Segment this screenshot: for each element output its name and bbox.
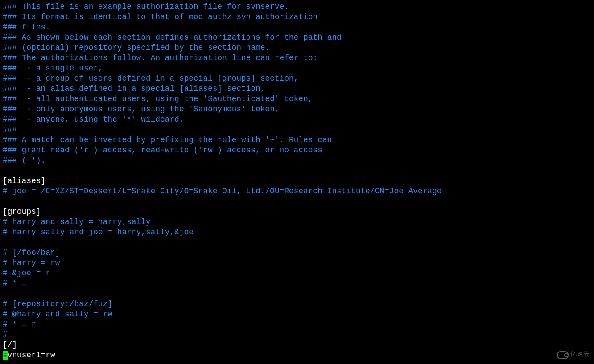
editor-line: ### - only anonymous users, using the '$… xyxy=(3,104,591,115)
editor-line: # harry_and_sally = harry,sally xyxy=(3,217,591,227)
comment-text: ### (''). xyxy=(3,156,45,165)
comment-text: ### - a single user, xyxy=(3,64,103,73)
editor-line: ### This file is an example authorizatio… xyxy=(3,2,591,12)
editor-line: # harry = rw xyxy=(3,258,591,268)
editor-line: ### - a group of users defined in a spec… xyxy=(3,74,591,84)
editor-line: ### Its format is identical to that of m… xyxy=(3,12,591,22)
editor-content[interactable]: ### This file is an example authorizatio… xyxy=(3,2,591,360)
comment-text: ### (optional) repository specified by t… xyxy=(3,43,270,52)
editor-line: ### The authorizations follow. An author… xyxy=(3,53,591,63)
comment-text: ### As shown below each section defines … xyxy=(3,33,342,42)
section-header: [/] xyxy=(3,340,17,349)
editor-line: ### - a single user, xyxy=(3,63,591,74)
comment-text: # joe = /C=XZ/ST=Dessert/L=Snake City/O=… xyxy=(3,187,442,196)
editor-line: ### - anyone, using the '*' wildcard. xyxy=(3,115,591,125)
editor-line: # [repository:/baz/fuz] xyxy=(3,299,591,309)
editor-line: # &joe = r xyxy=(3,268,591,278)
comment-text: ### This file is an example authorizatio… xyxy=(3,2,289,11)
editor-line: ### (optional) repository specified by t… xyxy=(3,43,591,53)
editor-line: [groups] xyxy=(3,207,591,217)
editor-line: ### - an alias defined in a special [ali… xyxy=(3,84,591,94)
editor-line: ### - all authenticated users, using the… xyxy=(3,94,591,104)
comment-text: # harry_sally_and_joe = harry,sally,&joe xyxy=(3,228,194,237)
comment-text: # xyxy=(3,330,8,339)
editor-line xyxy=(3,289,591,299)
editor-line: ### xyxy=(3,125,591,135)
cloud-icon xyxy=(557,351,568,359)
editor-line: # @harry_and_sally = rw xyxy=(3,309,591,319)
comment-text: # &joe = r xyxy=(3,269,50,278)
comment-text: ### - all authenticated users, using the… xyxy=(3,94,313,103)
editor-line xyxy=(3,196,591,207)
comment-text: # @harry_and_sally = rw xyxy=(3,310,112,319)
comment-text: ### grant read ('r') access, read-write … xyxy=(3,146,322,155)
section-header: [aliases] xyxy=(3,176,45,185)
editor-line: ### A match can be inverted by prefixing… xyxy=(3,135,591,145)
watermark-text: 亿速云 xyxy=(570,349,590,360)
editor-line: # * = r xyxy=(3,319,591,330)
comment-text: ### The authorizations follow. An author… xyxy=(3,53,318,62)
editor-line: ### files. xyxy=(3,22,591,33)
config-line: vnuser1=rw xyxy=(8,351,55,360)
editor-line xyxy=(3,166,591,176)
editor-line: svnuser1=rw xyxy=(3,350,591,360)
comment-text: # * = r xyxy=(3,320,36,329)
comment-text: # [/foo/bar] xyxy=(3,248,60,257)
editor-line: ### As shown below each section defines … xyxy=(3,33,591,43)
comment-text: ### - anyone, using the '*' wildcard. xyxy=(3,115,184,124)
comment-text: ### A match can be inverted by prefixing… xyxy=(3,135,332,144)
editor-line xyxy=(3,237,591,248)
section-header: [groups] xyxy=(3,207,41,216)
cursor: s xyxy=(3,351,8,360)
comment-text: ### - a group of users defined in a spec… xyxy=(3,74,299,83)
editor-line: ### (''). xyxy=(3,155,591,166)
comment-text: ### - an alias defined in a special [ali… xyxy=(3,84,265,93)
comment-text: ### Its format is identical to that of m… xyxy=(3,12,318,21)
editor-line: ### grant read ('r') access, read-write … xyxy=(3,145,591,155)
editor-line: # * = xyxy=(3,278,591,289)
editor-line: [aliases] xyxy=(3,176,591,186)
comment-text: ### xyxy=(3,125,17,134)
editor-line: # xyxy=(3,330,591,340)
editor-line: [/] xyxy=(3,340,591,350)
comment-text: ### files. xyxy=(3,23,50,32)
comment-text: # * = xyxy=(3,279,27,288)
editor-line: # joe = /C=XZ/ST=Dessert/L=Snake City/O=… xyxy=(3,186,591,196)
comment-text: # harry = rw xyxy=(3,258,60,267)
comment-text: ### - only anonymous users, using the '$… xyxy=(3,105,280,114)
watermark: 亿速云 xyxy=(557,349,590,360)
editor-line: # harry_sally_and_joe = harry,sally,&joe xyxy=(3,227,591,237)
editor-line: # [/foo/bar] xyxy=(3,248,591,258)
comment-text: # [repository:/baz/fuz] xyxy=(3,299,112,308)
comment-text: # harry_and_sally = harry,sally xyxy=(3,217,151,226)
